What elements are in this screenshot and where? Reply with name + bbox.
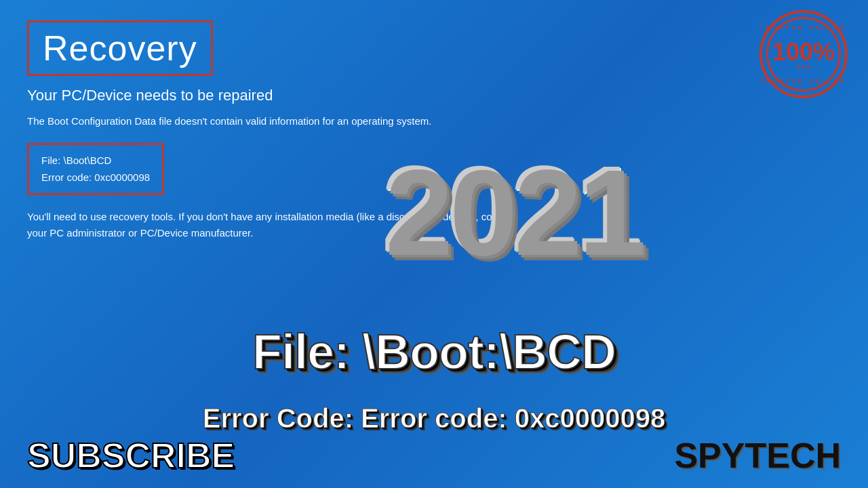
recovery-title-box: Recovery xyxy=(27,20,213,76)
stamp-dots xyxy=(797,66,810,68)
stamp-dot-3 xyxy=(807,66,810,68)
error-code: Error code: 0xc0000098 xyxy=(41,169,150,186)
stamp-top-text: TRUSTED SELLER xyxy=(760,24,847,30)
subscribe-text: SUBSCRIBE xyxy=(27,435,235,476)
big-file-text: File: \Boot:\BCD xyxy=(252,324,616,380)
stamp-dot-2 xyxy=(802,66,805,68)
stamp-outer-ring: TRUSTED SELLER 100% TRUSTED SELLER xyxy=(760,10,848,98)
stamp-bottom-text: TRUSTED SELLER xyxy=(760,78,847,84)
big-error-code-text: Error Code: Error code: 0xc0000098 xyxy=(203,403,666,434)
error-info-box: File: \Boot\BCD Error code: 0xc0000098 xyxy=(27,143,164,195)
main-background: Recovery Your PC/Device needs to be repa… xyxy=(0,0,868,488)
file-path: File: \Boot\BCD xyxy=(41,152,150,169)
subtitle: Your PC/Device needs to be repaired xyxy=(27,87,841,104)
stamp-dot-1 xyxy=(797,66,800,68)
spytech-text: SPYTECH xyxy=(674,435,841,476)
stamp-percent: 100% xyxy=(772,40,835,64)
recovery-title: Recovery xyxy=(43,28,197,68)
trusted-seller-stamp: TRUSTED SELLER 100% TRUSTED SELLER xyxy=(760,10,848,98)
big-year-text: 2021 xyxy=(382,149,640,271)
description: The Boot Configuration Data file doesn't… xyxy=(27,114,529,129)
stamp-inner-ring: TRUSTED SELLER 100% TRUSTED SELLER xyxy=(766,17,841,92)
